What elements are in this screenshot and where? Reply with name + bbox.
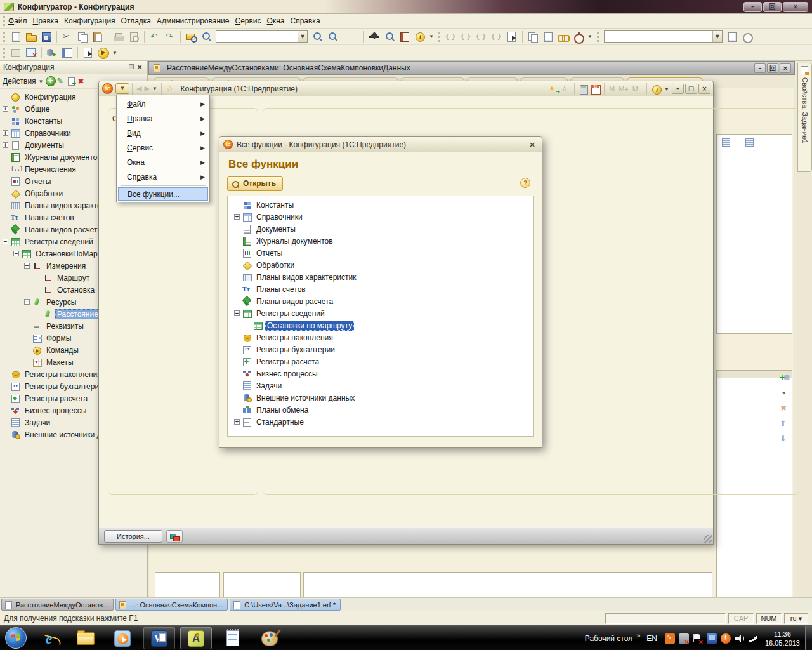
panel-close-icon[interactable]: × xyxy=(135,63,144,72)
redo-icon[interactable] xyxy=(163,30,177,43)
action-center-tray-icon[interactable] xyxy=(693,633,703,644)
run-dropdown-icon[interactable]: ▼ xyxy=(112,50,117,56)
restore-button[interactable]: 回 xyxy=(763,2,782,12)
tree-item[interactable]: Документы xyxy=(228,223,533,235)
tree-item[interactable]: Планы видов характеристик xyxy=(228,271,533,283)
format-icon[interactable] xyxy=(541,30,555,43)
menu-item[interactable]: Файл xyxy=(8,15,33,27)
memory-button[interactable]: M– xyxy=(632,85,642,93)
tree-item[interactable]: Бизнес процессы xyxy=(228,368,533,380)
forward-icon[interactable]: ▶ xyxy=(144,84,149,93)
tree-item[interactable]: Регистры бухгалтерии xyxy=(228,343,533,355)
template-icon[interactable] xyxy=(725,30,739,43)
dcs-close-button[interactable]: × xyxy=(780,63,791,73)
taskbar-ie-button[interactable]: e xyxy=(33,627,65,649)
proc-insert-icon[interactable] xyxy=(490,30,504,43)
taskbar-notepad-button[interactable] xyxy=(217,627,249,649)
favorites-star-icon[interactable]: ☆ xyxy=(166,84,174,93)
window-disabled-icon[interactable] xyxy=(9,46,23,59)
minimize-button[interactable]: – xyxy=(743,2,762,12)
history-button[interactable]: История... xyxy=(104,530,162,543)
menu-item[interactable]: Вид ▶ xyxy=(117,126,209,140)
global-search-icon[interactable] xyxy=(184,30,198,43)
window-tab[interactable]: РасстояниеМеждуОстанов... xyxy=(1,599,114,611)
show-desktop-button[interactable] xyxy=(805,626,812,650)
help-icon[interactable]: ? xyxy=(520,178,530,188)
print-preview-icon[interactable] xyxy=(127,30,141,43)
enterprise-close-button[interactable]: × xyxy=(698,84,710,94)
main-menu-button[interactable]: ▼ xyxy=(115,83,129,94)
find-icon[interactable] xyxy=(199,30,213,43)
actions-dropdown-icon[interactable]: ▼ xyxy=(39,79,44,84)
menu-item[interactable]: Правка ▶ xyxy=(117,111,209,126)
java-tray-icon[interactable] xyxy=(665,633,675,644)
tree-item[interactable]: Обработки xyxy=(228,259,533,271)
memory-button[interactable]: M xyxy=(609,85,615,93)
taskbar-explorer-button[interactable] xyxy=(70,627,102,649)
copy-icon[interactable] xyxy=(75,30,89,43)
new-document-icon[interactable] xyxy=(9,30,23,43)
tree-item[interactable]: Задачи xyxy=(228,380,533,392)
search-input[interactable] xyxy=(216,31,298,42)
open-icon[interactable] xyxy=(24,30,38,43)
proc-end-icon[interactable] xyxy=(475,30,488,43)
syntax-help-icon[interactable] xyxy=(398,30,412,43)
enterprise-minimize-button[interactable]: – xyxy=(672,84,684,94)
expander-icon[interactable]: − xyxy=(13,251,19,256)
toolbar-grip[interactable] xyxy=(3,32,5,42)
close-button[interactable]: × xyxy=(783,2,808,12)
goto-module-icon[interactable] xyxy=(505,30,519,43)
tree-item[interactable]: Остановки по маршруту xyxy=(228,319,533,331)
expander-icon[interactable]: + xyxy=(234,419,240,425)
toolbar2-grip[interactable] xyxy=(3,48,5,58)
menu-item[interactable]: Конфигурация xyxy=(64,15,121,27)
expander-icon[interactable]: − xyxy=(3,239,8,244)
alert-tray-icon[interactable] xyxy=(721,633,731,644)
toolbar-grip3[interactable] xyxy=(597,32,599,42)
enterprise-restore-button[interactable]: □ xyxy=(685,84,697,94)
menu-item[interactable]: Окна xyxy=(267,15,291,27)
resize-grip[interactable] xyxy=(704,535,712,543)
stopwatch-icon[interactable] xyxy=(572,30,586,43)
add-favorite-icon[interactable] xyxy=(547,84,560,95)
quick-dropdown-icon[interactable]: ▼ xyxy=(712,31,722,42)
delete-icon[interactable] xyxy=(77,76,87,86)
tree-item[interactable]: + Справочники xyxy=(228,211,533,223)
volume-tray-icon[interactable] xyxy=(735,633,745,644)
language-button[interactable]: EN xyxy=(646,634,657,643)
quick-input[interactable] xyxy=(605,31,712,42)
find-in-module-icon[interactable] xyxy=(383,30,396,43)
update-db-config-icon[interactable] xyxy=(45,46,59,59)
open-form-icon[interactable] xyxy=(60,46,74,59)
connection-icon[interactable] xyxy=(166,530,183,543)
paste-icon[interactable] xyxy=(91,30,105,43)
favorites-list-icon[interactable] xyxy=(560,84,572,95)
database-error-tray-icon[interactable] xyxy=(679,633,689,644)
tree-item[interactable]: Планы обмена xyxy=(228,404,533,416)
open-module-icon[interactable] xyxy=(81,46,95,59)
menu-item[interactable]: Администрирование xyxy=(157,15,235,27)
menubar-grip[interactable] xyxy=(3,16,5,26)
network-tray-icon[interactable] xyxy=(707,633,717,644)
history-icon[interactable] xyxy=(740,30,754,43)
undo-icon[interactable] xyxy=(148,30,162,43)
quick-combo[interactable]: ▼ xyxy=(604,30,723,43)
tree-item[interactable]: + Стандартные xyxy=(228,416,533,428)
pin-icon[interactable] xyxy=(126,63,135,72)
back-icon[interactable]: ◀ xyxy=(136,84,141,93)
menu-item[interactable]: Сервис ▶ xyxy=(117,140,209,155)
nav-dropdown-icon[interactable]: ▼ xyxy=(152,86,157,91)
menu-item[interactable]: Справка xyxy=(290,15,325,27)
search-combo[interactable]: ▼ xyxy=(216,30,308,43)
open-button[interactable]: Открыть xyxy=(227,176,283,191)
calculator-icon[interactable] xyxy=(577,84,589,95)
dialog-titlebar[interactable]: 1С Все функции - Конфигурация (1С:Предпр… xyxy=(219,137,542,152)
expander-icon[interactable]: + xyxy=(234,214,240,220)
tree-item[interactable]: Отчеты xyxy=(228,247,533,259)
menu-item[interactable]: Отладка xyxy=(121,15,157,27)
taskbar-media-player-button[interactable] xyxy=(107,627,138,649)
tree-item[interactable]: Регистры расчета xyxy=(228,355,533,368)
info-dropdown-icon[interactable]: ▼ xyxy=(429,34,434,39)
expander-icon[interactable]: + xyxy=(3,142,8,148)
menu-item[interactable]: Справка ▶ xyxy=(117,169,209,184)
